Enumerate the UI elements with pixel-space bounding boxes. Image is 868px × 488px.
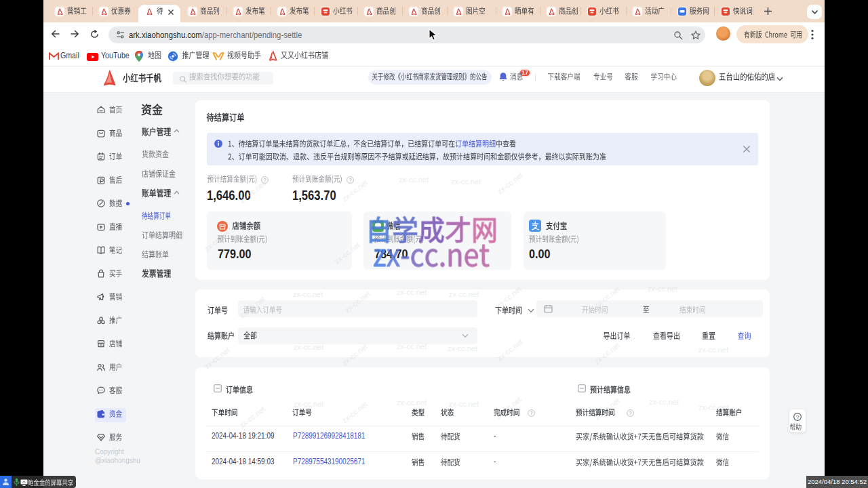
svg-text:?: ?: [349, 176, 351, 182]
svg-text:?: ?: [796, 414, 800, 420]
svg-text:?: ?: [263, 176, 266, 182]
svg-text:?: ?: [530, 409, 532, 415]
svg-text:?: ?: [629, 409, 631, 415]
